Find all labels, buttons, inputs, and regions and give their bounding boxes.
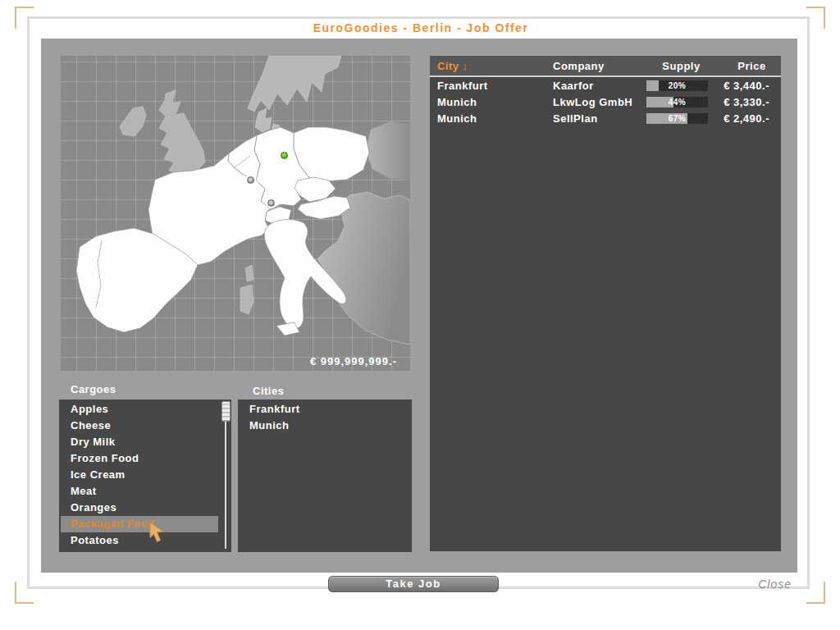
job-table-rows: FrankfurtKaarfor20%€ 3,440.-MunichLkwLog… [430,77,781,126]
cargo-list-item[interactable]: Frozen Food [59,450,231,467]
table-header-row: City↓ Company Supply Price [430,56,781,77]
cargo-list-item[interactable]: Cheese [59,418,231,434]
cell-city: Munich [430,112,553,125]
supply-bar: 20% [646,80,708,91]
column-header-city[interactable]: City↓ [430,60,553,72]
map-marker-frankfurt [247,176,254,184]
cell-price: € 2,490.- [723,112,781,125]
map-country-scandinavia [248,56,341,112]
map-country-denmark [255,108,272,132]
player-money: € 999,999,999.- [310,355,397,368]
map-country-baltics [366,121,410,180]
cities-listbox: FrankfurtMunich [238,399,412,552]
supply-bar: 44% [646,97,708,107]
supply-percent-label: 44% [646,97,708,107]
cargo-list-item[interactable]: Potatoes [59,532,231,549]
supply-bar: 67% [646,113,708,124]
column-header-price[interactable]: Price [723,60,781,72]
cargo-scrollbar-thumb[interactable] [221,401,231,422]
cargo-list-item[interactable]: Ice Cream [59,467,231,483]
cell-city: Munich [430,96,553,108]
table-row[interactable]: FrankfurtKaarfor20%€ 3,440.- [430,77,781,94]
cargoes-listbox: ApplesCheeseDry MilkFrozen FoodIce Cream… [59,399,231,552]
cargo-items: ApplesCheeseDry MilkFrozen FoodIce Cream… [59,401,231,549]
cell-supply: 44% [645,97,723,107]
supply-percent-label: 67% [646,113,708,124]
city-list-item[interactable]: Munich [238,418,412,434]
cargo-list-item[interactable]: Apples [59,401,231,418]
close-button[interactable]: Close [734,578,792,591]
job-offer-screen: EuroGoodies - Berlin - Job Offer [0,0,840,630]
cell-city: Frankfurt [430,80,553,92]
map-marker-munich [267,199,275,207]
job-offer-table: City↓ Company Supply Price FrankfurtKaar… [430,56,781,551]
sort-arrow-icon: ↓ [463,60,468,72]
column-header-supply[interactable]: Supply [645,60,723,72]
cell-supply: 20% [645,80,723,91]
cargo-list-item[interactable]: Dry Milk [59,434,231,450]
cargo-list-item[interactable]: Oranges [59,500,231,516]
cell-price: € 3,440.- [723,80,781,92]
cell-price: € 3,330.- [723,96,781,108]
city-items: FrankfurtMunich [238,401,412,434]
table-row[interactable]: MunichLkwLog GmbH44%€ 3,330.- [430,94,781,110]
cell-supply: 67% [645,113,723,124]
cell-company: SellPlan [553,112,645,125]
cargoes-label: Cargoes [71,383,116,395]
column-header-company[interactable]: Company [553,60,645,72]
map-island-sardinia [240,285,253,314]
map-country-ireland [120,107,146,136]
cell-company: Kaarfor [553,80,645,92]
cities-label: Cities [253,385,284,397]
table-row[interactable]: MunichSellPlan67%€ 2,490.- [430,110,781,126]
map-country-great-britain [159,90,205,174]
city-list-item[interactable]: Frankfurt [238,401,412,418]
cargo-list-item[interactable]: Packaged Food [61,516,218,532]
supply-percent-label: 20% [646,80,708,91]
take-job-button[interactable]: Take Job [328,576,499,592]
europe-map-svg [61,56,410,371]
cargo-scrollbar-track[interactable] [225,403,226,549]
page-title: EuroGoodies - Berlin - Job Offer [27,21,815,34]
europe-map: € 999,999,999.- [61,56,410,371]
cargo-list-item[interactable]: Meat [59,483,231,500]
cell-company: LkwLog GmbH [553,96,645,108]
map-marker-berlin [281,152,288,159]
map-island-corsica [245,265,253,281]
